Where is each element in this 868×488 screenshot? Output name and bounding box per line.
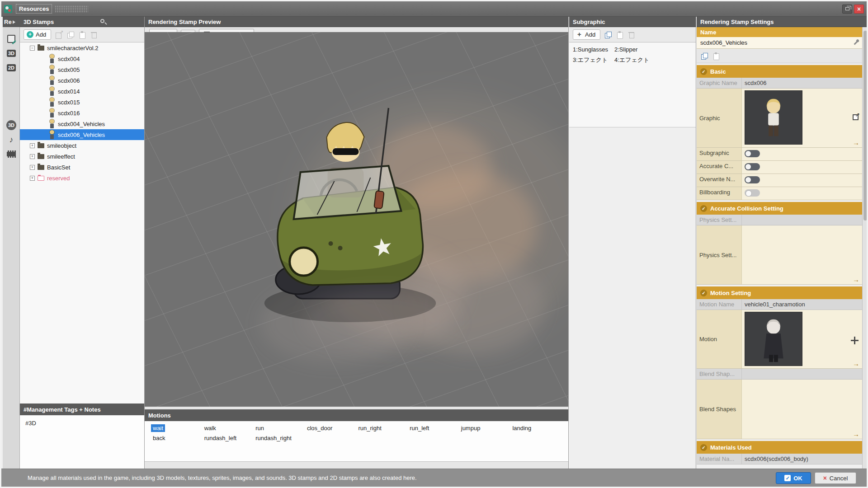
paste-icon[interactable] bbox=[78, 31, 86, 39]
motion-item[interactable]: run_left bbox=[408, 425, 458, 432]
open-detail-arrow-icon[interactable] bbox=[853, 276, 859, 283]
expand-icon[interactable] bbox=[30, 165, 35, 170]
move-icon[interactable] bbox=[851, 337, 859, 344]
motion-item[interactable]: back bbox=[151, 435, 201, 441]
cancel-button[interactable]: Cancel bbox=[815, 472, 856, 484]
check-icon bbox=[784, 475, 791, 481]
delete-icon[interactable] bbox=[627, 31, 636, 39]
section-motion-setting[interactable]: Motion Setting bbox=[697, 286, 862, 299]
section-basic[interactable]: Basic bbox=[697, 65, 862, 78]
paste-icon[interactable] bbox=[616, 31, 624, 39]
motion-item[interactable]: clos_door bbox=[305, 425, 355, 432]
tree-item[interactable]: scdx014 bbox=[20, 86, 144, 97]
motions-header: Motions bbox=[145, 409, 568, 421]
tree-folder-reserved[interactable]: reserved bbox=[20, 173, 144, 183]
tree-item[interactable]: scdx015 bbox=[20, 97, 144, 108]
character-sprite-icon bbox=[49, 87, 55, 96]
pin-icon[interactable] bbox=[854, 41, 859, 45]
add-subgraphic-button[interactable]: + Add bbox=[573, 29, 600, 40]
expand-icon[interactable] bbox=[30, 143, 35, 148]
3d-viewport[interactable] bbox=[145, 32, 568, 407]
settings-scrollbar[interactable] bbox=[862, 27, 868, 469]
restore-button[interactable] bbox=[842, 5, 852, 14]
copy-icon[interactable] bbox=[66, 31, 75, 39]
open-detail-arrow-icon[interactable] bbox=[853, 139, 859, 146]
subgraphic-item[interactable]: 1:Sunglasses bbox=[573, 46, 614, 56]
name-field[interactable]: scdx006_Vehicles bbox=[697, 37, 862, 49]
send-to-graphic-icon[interactable] bbox=[853, 114, 859, 120]
motion-item[interactable]: walk bbox=[203, 425, 252, 432]
copy-icon[interactable] bbox=[700, 52, 708, 60]
motion-thumbnail[interactable] bbox=[745, 312, 802, 366]
expand-icon[interactable] bbox=[30, 176, 35, 181]
subgraphic-item[interactable]: 2:Slipper bbox=[614, 46, 656, 56]
search-icon[interactable] bbox=[100, 19, 104, 23]
graphic-name-row: Graphic Name scdx006 bbox=[697, 78, 862, 89]
3d-models-button[interactable]: 3D bbox=[5, 120, 17, 131]
management-tags-notes[interactable]: #3D bbox=[20, 415, 144, 469]
motion-item-selected[interactable]: wait bbox=[151, 425, 201, 432]
motion-item[interactable]: jumpup bbox=[459, 425, 509, 432]
stamp-tool-button[interactable] bbox=[5, 33, 17, 44]
physics-label: Physics Sett... bbox=[697, 225, 742, 284]
graphic-row: Graphic bbox=[697, 89, 862, 148]
overwrite-toggle[interactable] bbox=[745, 176, 760, 183]
billboarding-toggle[interactable] bbox=[745, 189, 760, 197]
tree-folder[interactable]: smileeffect bbox=[20, 151, 144, 162]
motion-item[interactable]: rundash_right bbox=[254, 435, 303, 441]
add-button-label: Add bbox=[36, 31, 46, 38]
tree-item[interactable]: scdx016 bbox=[20, 108, 144, 118]
ok-button[interactable]: OK bbox=[776, 472, 811, 484]
scrollbar-thumb[interactable] bbox=[863, 31, 867, 221]
tree-item[interactable]: scdx006 bbox=[20, 75, 144, 86]
3d-stamps-button[interactable]: 3D bbox=[5, 48, 17, 59]
tree-item-label: smileeffect bbox=[47, 153, 75, 160]
close-button[interactable]: × bbox=[854, 5, 864, 14]
paste-icon[interactable] bbox=[712, 52, 720, 60]
character-sprite-icon bbox=[49, 119, 55, 128]
2d-stamps-button[interactable]: 2D bbox=[5, 62, 17, 73]
tree-item[interactable]: scdx004 bbox=[20, 53, 144, 64]
import-icon[interactable] bbox=[55, 31, 63, 39]
open-detail-arrow-icon[interactable] bbox=[853, 430, 859, 438]
stamps-panel: 3D Stamps + Add smilecharacterVol.2 scdx… bbox=[20, 17, 145, 469]
preview-panel-title: Rendering Stamp Preview bbox=[148, 19, 221, 25]
overwrite-label: Overwrite N... bbox=[697, 174, 742, 187]
sounds-button[interactable]: ♪ bbox=[5, 134, 17, 145]
subgraphic-toggle[interactable] bbox=[745, 150, 760, 157]
motion-item[interactable]: run bbox=[254, 425, 303, 432]
expand-icon[interactable] bbox=[30, 154, 35, 159]
graphic-value-cell bbox=[742, 89, 862, 147]
settings-clipboard-row bbox=[697, 49, 862, 63]
graphic-name-label: Graphic Name bbox=[697, 78, 742, 88]
resource-type-rail: 3D 2D 3D ♪ bbox=[3, 27, 20, 469]
motion-item[interactable]: run_right bbox=[357, 425, 406, 432]
add-stamp-button[interactable]: + Add bbox=[24, 29, 51, 40]
subgraphic-toggle-row: Subgraphic bbox=[697, 148, 862, 161]
accurate-collision-toggle[interactable] bbox=[745, 163, 760, 170]
section-materials-used[interactable]: Materials Used bbox=[697, 441, 862, 454]
collapse-icon[interactable] bbox=[30, 46, 35, 51]
preview-panel-header: Rendering Stamp Preview bbox=[145, 17, 568, 27]
subgraphic-item[interactable]: 4:エフェクト bbox=[614, 56, 656, 66]
tree-folder[interactable]: smilecharacterVol.2 bbox=[20, 42, 144, 53]
animations-button[interactable] bbox=[5, 149, 17, 160]
tree-item[interactable]: scdx005 bbox=[20, 64, 144, 75]
tree-item-label: scdx006_Vehicles bbox=[58, 131, 105, 138]
tree-folder[interactable]: smileobject bbox=[20, 140, 144, 151]
open-detail-arrow-icon[interactable] bbox=[853, 360, 859, 367]
tree-folder[interactable]: BasicSet bbox=[20, 162, 144, 173]
motion-item[interactable]: landing bbox=[510, 425, 560, 432]
subgraphic-item[interactable]: 3:エフェクト bbox=[573, 56, 614, 66]
title-bar[interactable]: Resources × bbox=[1, 1, 867, 17]
plus-icon: + bbox=[27, 31, 33, 38]
motion-item[interactable]: rundash_left bbox=[203, 435, 252, 441]
tree-item[interactable]: scdx004_Vehicles bbox=[20, 118, 144, 129]
tree-item-selected[interactable]: scdx006_Vehicles bbox=[20, 129, 144, 140]
collapsed-resources-tab[interactable]: Re bbox=[3, 17, 20, 27]
copy-icon[interactable] bbox=[604, 31, 612, 39]
delete-icon[interactable] bbox=[90, 31, 98, 39]
section-accurate-collision[interactable]: Accurate Collision Setting bbox=[697, 202, 862, 215]
graphic-thumbnail[interactable] bbox=[745, 90, 802, 145]
tree-item-label: scdx016 bbox=[58, 110, 80, 117]
